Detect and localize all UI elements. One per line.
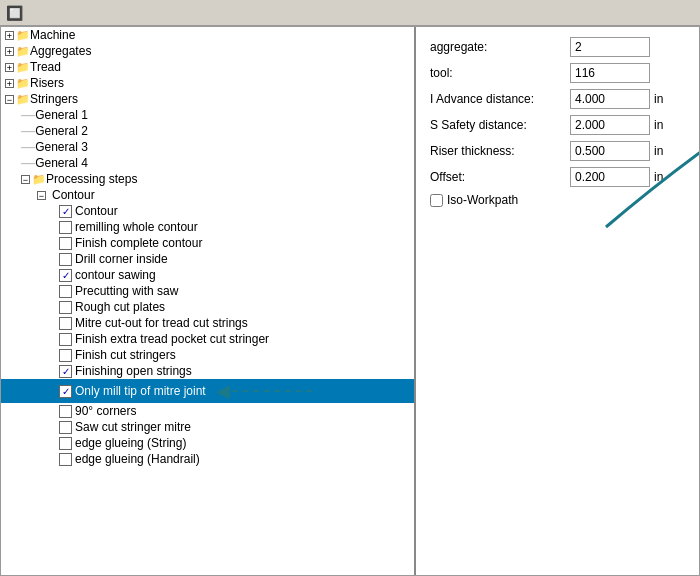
- tree-item-aggregates[interactable]: +📁 Aggregates: [1, 43, 414, 59]
- form-label-aggregate: aggregate:: [430, 40, 570, 54]
- tree-label-edge-handrail: edge glueing (Handrail): [75, 452, 200, 466]
- tree-label-aggregates: Aggregates: [30, 44, 91, 58]
- checkbox-finish-cut[interactable]: [59, 349, 72, 362]
- iso-workpath-checkbox[interactable]: [430, 194, 443, 207]
- tree-label-general3: General 3: [35, 140, 88, 154]
- tree-item-stringers[interactable]: −📁 Stringers: [1, 91, 414, 107]
- tree-item-finishing-open[interactable]: Finishing open strings: [1, 363, 414, 379]
- tree-item-tread[interactable]: +📁 Tread: [1, 59, 414, 75]
- tree-label-tread: Tread: [30, 60, 61, 74]
- tree-label-machine: Machine: [30, 28, 75, 42]
- folder-icon: 📁: [16, 77, 30, 90]
- checkbox-edge-handrail[interactable]: [59, 453, 72, 466]
- title-bar: 🔲: [0, 0, 700, 26]
- form-input-aggregate[interactable]: [570, 37, 650, 57]
- checkbox-remilling[interactable]: [59, 221, 72, 234]
- checkbox-drill-corner[interactable]: [59, 253, 72, 266]
- form-label-advance: I Advance distance:: [430, 92, 570, 106]
- tree-item-mitre-cut[interactable]: Mitre cut-out for tread cut strings: [1, 315, 414, 331]
- plus-icon[interactable]: +: [5, 63, 14, 72]
- checkbox-corners-90[interactable]: [59, 405, 72, 418]
- tree-item-only-mill[interactable]: Only mill tip of mitre joint◀: [1, 379, 414, 403]
- checkbox-edge-string[interactable]: [59, 437, 72, 450]
- tree-item-drill-corner[interactable]: Drill corner inside: [1, 251, 414, 267]
- tree-label-precutting: Precutting with saw: [75, 284, 178, 298]
- left-panel: +📁 Machine+📁 Aggregates+📁 Tread+📁 Risers…: [1, 27, 416, 575]
- tree-label-rough-cut: Rough cut plates: [75, 300, 165, 314]
- tree-item-general4[interactable]: ── General 4: [1, 155, 414, 171]
- tree-label-finish-extra: Finish extra tread pocket cut stringer: [75, 332, 269, 346]
- tree-item-remilling[interactable]: remilling whole contour: [1, 219, 414, 235]
- form-input-tool[interactable]: [570, 63, 650, 83]
- tree-item-saw-cut[interactable]: Saw cut stringer mitre: [1, 419, 414, 435]
- tree-item-corners-90[interactable]: 90° corners: [1, 403, 414, 419]
- tree-container: +📁 Machine+📁 Aggregates+📁 Tread+📁 Risers…: [1, 27, 414, 467]
- tree-item-contour-sawing[interactable]: contour sawing: [1, 267, 414, 283]
- tree-label-general2: General 2: [35, 124, 88, 138]
- tree-item-finish-extra[interactable]: Finish extra tread pocket cut stringer: [1, 331, 414, 347]
- tree-label-contour-group: Contour: [52, 188, 95, 202]
- tree-item-precutting[interactable]: Precutting with saw: [1, 283, 414, 299]
- folder-icon: 📁: [16, 45, 30, 58]
- folder-icon: 📁: [32, 173, 46, 186]
- tree-label-finish-cut: Finish cut stringers: [75, 348, 176, 362]
- app-icon: 🔲: [6, 5, 23, 21]
- plus-icon[interactable]: +: [5, 79, 14, 88]
- tree-label-drill-corner: Drill corner inside: [75, 252, 168, 266]
- tree-item-finish-complete[interactable]: Finish complete contour: [1, 235, 414, 251]
- checkbox-only-mill[interactable]: [59, 385, 72, 398]
- plus-icon[interactable]: +: [5, 47, 14, 56]
- form-row-aggregate: aggregate:: [430, 37, 685, 57]
- tree-label-mitre-cut: Mitre cut-out for tread cut strings: [75, 316, 248, 330]
- tree-item-rough-cut[interactable]: Rough cut plates: [1, 299, 414, 315]
- tree-label-corners-90: 90° corners: [75, 404, 137, 418]
- tree-item-risers[interactable]: +📁 Risers: [1, 75, 414, 91]
- tree-item-processing[interactable]: −📁 Processing steps: [1, 171, 414, 187]
- right-panel: aggregate:tool:I Advance distance:inS Sa…: [416, 27, 699, 575]
- minus-icon[interactable]: −: [37, 191, 46, 200]
- tree-label-risers: Risers: [30, 76, 64, 90]
- tree-item-edge-string[interactable]: edge glueing (String): [1, 435, 414, 451]
- tree-item-general1[interactable]: ── General 1: [1, 107, 414, 123]
- tree-label-remilling: remilling whole contour: [75, 220, 198, 234]
- checkbox-saw-cut[interactable]: [59, 421, 72, 434]
- tree-item-edge-handrail[interactable]: edge glueing (Handrail): [1, 451, 414, 467]
- checkbox-mitre-cut[interactable]: [59, 317, 72, 330]
- tree-label-general1: General 1: [35, 108, 88, 122]
- plus-icon[interactable]: +: [5, 31, 14, 40]
- main-container: +📁 Machine+📁 Aggregates+📁 Tread+📁 Risers…: [0, 26, 700, 576]
- tree-item-contour-group[interactable]: −Contour: [1, 187, 414, 203]
- folder-icon: 📁: [16, 61, 30, 74]
- folder-icon: 📁: [16, 93, 30, 106]
- checkbox-finishing-open[interactable]: [59, 365, 72, 378]
- checkbox-finish-extra[interactable]: [59, 333, 72, 346]
- annotation-arrow: [576, 87, 699, 247]
- tree-item-finish-cut[interactable]: Finish cut stringers: [1, 347, 414, 363]
- minus-icon[interactable]: −: [5, 95, 14, 104]
- tree-label-processing: Processing steps: [46, 172, 137, 186]
- tree-label-stringers: Stringers: [30, 92, 78, 106]
- tree-label-contour-sawing: contour sawing: [75, 268, 156, 282]
- form-label-tool: tool:: [430, 66, 570, 80]
- checkbox-precutting[interactable]: [59, 285, 72, 298]
- tree-label-finishing-open: Finishing open strings: [75, 364, 192, 378]
- form-row-tool: tool:: [430, 63, 685, 83]
- tree-label-general4: General 4: [35, 156, 88, 170]
- form-label-safety: S Safety distance:: [430, 118, 570, 132]
- tree-item-machine[interactable]: +📁 Machine: [1, 27, 414, 43]
- checkbox-rough-cut[interactable]: [59, 301, 72, 314]
- tree-label-only-mill: Only mill tip of mitre joint: [75, 384, 206, 398]
- tree-item-general2[interactable]: ── General 2: [1, 123, 414, 139]
- tree-label-edge-string: edge glueing (String): [75, 436, 186, 450]
- tree-label-contour: Contour: [75, 204, 118, 218]
- minus-icon[interactable]: −: [21, 175, 30, 184]
- left-arrow-icon: ◀: [216, 380, 230, 402]
- checkbox-finish-complete[interactable]: [59, 237, 72, 250]
- checkbox-contour[interactable]: [59, 205, 72, 218]
- tree-item-contour[interactable]: Contour: [1, 203, 414, 219]
- checkbox-contour-sawing[interactable]: [59, 269, 72, 282]
- folder-icon: 📁: [16, 29, 30, 42]
- tree-item-general3[interactable]: ── General 3: [1, 139, 414, 155]
- tree-label-finish-complete: Finish complete contour: [75, 236, 202, 250]
- dashed-line: [232, 390, 312, 392]
